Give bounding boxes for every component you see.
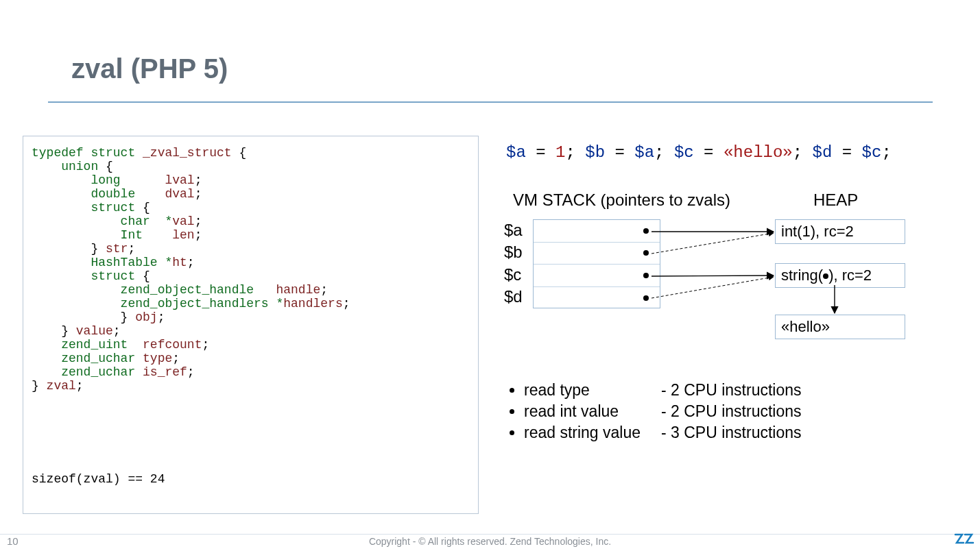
svg-line-1 [652, 233, 774, 254]
stack-row-c [534, 265, 660, 287]
stack-row-d [534, 287, 660, 310]
bullet-read-type: read type- 2 CPU instructions [524, 381, 802, 400]
stack-row-a [534, 220, 660, 243]
pointer-dot-icon [823, 273, 828, 279]
var-c-label: $c [504, 265, 521, 284]
vm-stack-box [533, 219, 660, 308]
svg-line-3 [652, 277, 774, 298]
stack-row-b [534, 243, 660, 265]
bullet-read-string: read string value- 3 CPU instructions [524, 424, 802, 442]
pointer-dot-icon [643, 295, 649, 301]
cpu-instructions-list: read type- 2 CPU instructions read int v… [507, 381, 802, 445]
pointer-dot-icon [643, 250, 649, 256]
zend-logo-icon [954, 533, 973, 548]
slide-title: zval (PHP 5) [71, 53, 228, 84]
slide: zval (PHP 5) typedef struct _zval_struct… [0, 0, 980, 551]
code-box: typedef struct _zval_struct { union { lo… [23, 136, 479, 514]
sizeof-text: sizeof(zval) == 24 [32, 472, 165, 486]
stack-title: VM STACK (pointers to zvals) [513, 191, 730, 210]
var-d-label: $d [504, 287, 523, 306]
title-rule [48, 101, 933, 103]
svg-line-2 [652, 276, 774, 276]
heap-hello-box: «hello» [775, 315, 905, 339]
footer-rule [0, 534, 980, 535]
copyright-text: Copyright - © All rights reserved. Zend … [0, 536, 980, 547]
pointer-dot-icon [643, 273, 649, 278]
var-b-label: $b [504, 243, 523, 262]
heap-int-box: int(1), rc=2 [775, 219, 905, 244]
php-assignment-line: $a = 1; $b = $a; $c = «hello»; $d = $c; [506, 143, 892, 162]
heap-title: HEAP [813, 191, 858, 210]
code-block: typedef struct _zval_struct { union { lo… [32, 146, 470, 393]
bullet-read-int: read int value- 2 CPU instructions [524, 402, 802, 421]
pointer-dot-icon [643, 228, 649, 234]
var-a-label: $a [504, 221, 523, 240]
heap-string-box: string(), rc=2 [775, 263, 905, 288]
